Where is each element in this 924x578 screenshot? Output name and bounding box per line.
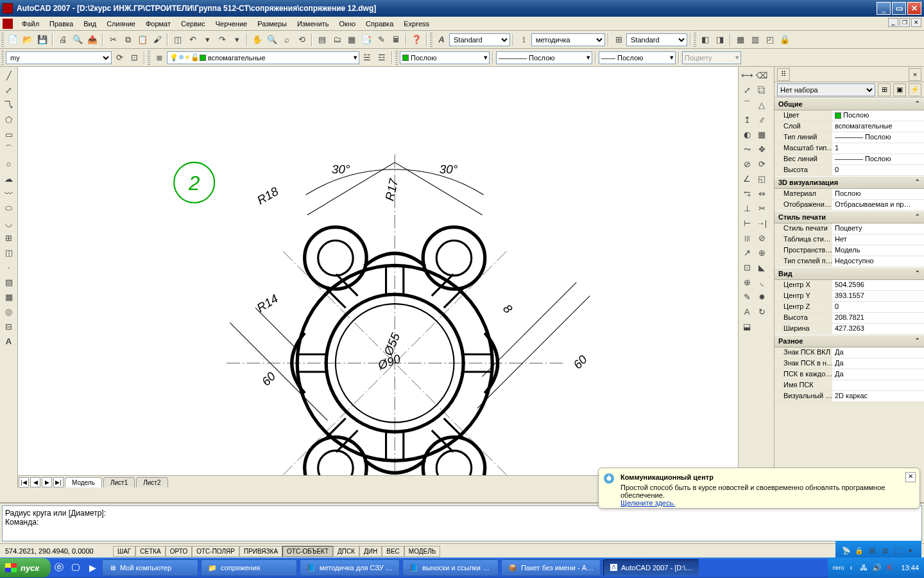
maximize-button[interactable]: ▭ [892, 2, 906, 15]
props-category-misc[interactable]: Разное⌃ [774, 335, 924, 347]
status-toggle-вес[interactable]: ВЕС [382, 546, 404, 557]
lock-ui-icon[interactable]: 🔒 [778, 33, 792, 47]
tray-av-icon[interactable]: K [884, 563, 894, 573]
tray-nero-icon[interactable]: nero [833, 563, 843, 573]
center-mark-icon[interactable]: ⊕ [740, 275, 754, 289]
tab-layout1[interactable]: Лист1 [103, 477, 135, 487]
prop-row[interactable]: Пространств…Модель [774, 245, 924, 256]
ws-icon[interactable]: ◧ [698, 33, 712, 47]
taskbar-app-button[interactable]: 📦Пакет без имени - A… [501, 559, 601, 576]
doc-close-button[interactable]: ✕ [911, 18, 921, 27]
status-toggle-дин[interactable]: ДИН [359, 546, 382, 557]
close-button[interactable]: ✕ [907, 2, 921, 15]
lineweight-combo[interactable]: —— Послою▾ [599, 51, 676, 64]
status-menu-icon[interactable]: ▾ [905, 545, 916, 557]
dim-arc-icon[interactable]: ⌒ [740, 98, 754, 112]
help-icon[interactable]: ❓ [409, 33, 424, 47]
props-category-plot[interactable]: Стиль печати⌃ [774, 211, 924, 223]
prop-row[interactable]: Тип линий———— Послою [774, 132, 924, 143]
table-icon[interactable]: ⊟ [2, 319, 16, 333]
ws-icon-3[interactable]: ▦ [733, 33, 748, 47]
dim-font-combo[interactable]: методичка [531, 33, 605, 46]
doc-restore-button[interactable]: ❐ [900, 18, 910, 27]
zoom-previous-icon[interactable]: ⟲ [295, 33, 309, 47]
status-toggle-привязка[interactable]: ПРИВЯЗКА [239, 546, 282, 557]
quicklaunch-ie-icon[interactable]: ⓔ [52, 561, 66, 575]
menu-format[interactable]: Формат [141, 19, 176, 29]
prop-row[interactable]: Вес линий———— Послою [774, 154, 924, 165]
mirror-icon[interactable]: △ [755, 98, 769, 112]
menu-merge[interactable]: Слияние [101, 19, 141, 29]
pickadd-icon[interactable]: ⚡ [909, 83, 921, 96]
toolbar-grip[interactable] [694, 33, 696, 47]
tab-layout2[interactable]: Лист2 [136, 477, 167, 487]
quick-dim-icon[interactable]: ⥃ [740, 186, 754, 200]
prop-row[interactable]: Знак ПСК ВКЛДа [774, 347, 924, 358]
zoom-realtime-icon[interactable]: 🔍 [265, 33, 279, 47]
prop-row[interactable]: Имя ПСК [774, 380, 924, 391]
prop-row[interactable]: ЦветПослою [774, 110, 924, 121]
tray-network-icon[interactable]: 🖧 [859, 563, 869, 573]
quickcalc-icon[interactable]: 🖩 [389, 33, 403, 47]
trim-icon[interactable]: ✂ [755, 201, 769, 215]
dim-angular-icon[interactable]: ∠ [740, 171, 754, 186]
comm-center-icon[interactable]: 📡 [841, 545, 852, 557]
tab-last-icon[interactable]: ▶| [53, 477, 64, 487]
props-grip-icon[interactable]: ⠿ [777, 68, 790, 81]
layer-prev-icon[interactable]: ☱ [360, 51, 374, 65]
array-icon[interactable]: ▦ [755, 127, 769, 141]
leader-icon[interactable]: ↗ [740, 245, 754, 259]
clean-screen-icon[interactable]: ⛶ [892, 545, 903, 557]
command-prompt[interactable]: Команда: [5, 518, 919, 527]
named-styles-combo[interactable]: my [6, 51, 112, 64]
redo-icon[interactable]: ↷ [215, 33, 229, 47]
status-toggle-сетка[interactable]: СЕТКА [135, 546, 166, 557]
tab-next-icon[interactable]: ▶ [42, 477, 52, 487]
zoom-window-icon[interactable]: ⌕ [280, 33, 294, 47]
line-icon[interactable]: ╱ [2, 68, 16, 82]
offset-icon[interactable]: ⫽ [755, 112, 769, 127]
prop-row[interactable]: Центр X504.2596 [774, 280, 924, 291]
status-toggle-дпск[interactable]: ДПСК [333, 546, 359, 557]
erase-icon[interactable]: ⌫ [755, 68, 769, 82]
toolbar-grip[interactable] [148, 51, 150, 65]
stretch-icon[interactable]: ⇔ [755, 186, 769, 200]
copy-obj-icon[interactable]: ⿻ [755, 83, 769, 97]
props-close-icon[interactable]: × [909, 68, 921, 81]
status-toggle-модель[interactable]: МОДЕЛЬ [404, 546, 440, 557]
prop-row[interactable]: Слойвспомагательные [774, 121, 924, 132]
dim-continue-icon[interactable]: ⊢ [740, 216, 754, 230]
tray-expand-icon[interactable]: ‹ [846, 563, 856, 573]
table-style-icon[interactable]: ⊞ [612, 33, 626, 47]
prop-row[interactable]: Высота208.7821 [774, 313, 924, 324]
drawing-canvas[interactable]: 2 30° 30° R18 R17 R14 Ø90 Ø55 60 8 60 Ø2… [18, 67, 738, 488]
prop-row[interactable]: Тип стилей п…Недоступно [774, 256, 924, 267]
ellipse-icon[interactable]: ⬭ [2, 201, 16, 215]
dim-baseline-icon[interactable]: ⊥ [740, 201, 754, 215]
status-toggle-отс-поляр[interactable]: ОТС-ПОЛЯР [192, 546, 239, 557]
make-block-icon[interactable]: ◫ [2, 245, 16, 259]
color-combo[interactable]: Послою▾ [400, 51, 490, 64]
chamfer-icon[interactable]: ◣ [755, 260, 769, 274]
dim-override-icon[interactable]: ⊡ [127, 51, 141, 65]
menu-window[interactable]: Окно [334, 19, 361, 29]
menu-file[interactable]: Файл [17, 19, 44, 29]
linetype-combo[interactable]: ———— Послою▾ [496, 51, 592, 64]
text-style-icon[interactable]: A [434, 33, 449, 47]
taskbar-app-button[interactable]: 🅰AutoCAD 2007 - [D:\… [603, 559, 699, 576]
dim-edit-icon[interactable]: ✎ [740, 290, 754, 304]
tray-volume-icon[interactable]: 🔊 [871, 563, 882, 573]
status-toggle-орто[interactable]: ОРТО [166, 546, 192, 557]
layer-manager-icon[interactable]: ≣ [152, 51, 166, 65]
paste-icon[interactable]: 📋 [135, 33, 150, 47]
prop-row[interactable]: ПСК в каждо…Да [774, 369, 924, 380]
spline-icon[interactable]: 〰 [2, 186, 16, 200]
prop-row[interactable]: Масштаб тип…1 [774, 143, 924, 154]
status-toggle-шаг[interactable]: ШАГ [113, 546, 135, 557]
quick-select-icon[interactable]: ⊞ [878, 83, 891, 96]
dim-tedit-icon[interactable]: A [740, 304, 754, 319]
props-category-general[interactable]: Общие⌃ [774, 98, 924, 110]
layer-combo[interactable]: 💡❄☀🔓 вспомагательные ▾ [167, 51, 359, 64]
taskbar-app-button[interactable]: 📘выноски и ссылки … [402, 559, 499, 576]
menu-express[interactable]: Express [398, 19, 434, 29]
